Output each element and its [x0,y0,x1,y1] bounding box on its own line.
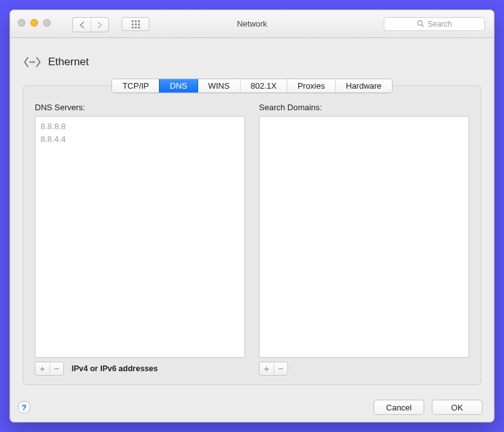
network-preferences-window: Network Search Ethernet TCP/ [9,10,495,422]
dns-servers-column: DNS Servers: 8.8.8.88.8.4.4 + − IPv4 or … [35,103,245,376]
remove-dns-server-button[interactable]: − [49,362,63,375]
dns-server-entry[interactable]: 8.8.4.4 [41,133,239,146]
forward-button[interactable] [91,18,108,32]
ethernet-icon [23,54,42,70]
dns-panel: DNS Servers: 8.8.8.88.8.4.4 + − IPv4 or … [23,86,481,385]
footer: ? Cancel OK [10,393,494,422]
search-placeholder: Search [427,20,451,29]
content-area: Ethernet TCP/IP DNS WINS 802.1X Proxies … [10,38,494,393]
ok-button[interactable]: OK [432,400,482,415]
cancel-button[interactable]: Cancel [374,400,424,415]
dns-server-entry[interactable]: 8.8.8.8 [41,120,239,133]
close-window-button[interactable] [18,19,25,27]
back-button[interactable] [73,18,91,32]
tab-8021x[interactable]: 802.1X [240,79,287,92]
dns-servers-list[interactable]: 8.8.8.88.8.4.4 [35,116,245,358]
settings-tabbar: TCP/IP DNS WINS 802.1X Proxies Hardware [111,79,392,93]
show-all-button[interactable] [122,17,149,31]
tab-hardware[interactable]: Hardware [335,79,391,92]
window-controls [18,19,51,27]
search-domains-list[interactable] [259,116,469,358]
grid-icon [132,20,140,29]
svg-line-1 [422,24,424,26]
search-domains-column: Search Domains: + − [259,103,469,376]
svg-point-3 [32,61,34,63]
svg-point-2 [30,61,32,63]
search-field[interactable]: Search [384,17,485,31]
connection-name: Ethernet [48,56,89,68]
tab-dns[interactable]: DNS [159,79,197,92]
svg-point-4 [34,61,35,63]
add-search-domain-button[interactable]: + [260,362,274,375]
dns-hint: IPv4 or IPv6 addresses [72,364,158,373]
tab-proxies[interactable]: Proxies [287,79,335,92]
connection-header: Ethernet [23,48,481,76]
search-domains-label: Search Domains: [259,103,469,112]
dns-servers-pm: + − [35,362,64,376]
titlebar: Network Search [10,10,494,38]
search-domains-pm: + − [259,362,288,376]
tab-wins[interactable]: WINS [198,79,240,92]
search-icon [417,20,424,29]
add-dns-server-button[interactable]: + [35,362,49,375]
help-button[interactable]: ? [18,401,30,414]
zoom-window-button[interactable] [43,19,51,27]
minimize-window-button[interactable] [30,19,38,27]
dns-servers-label: DNS Servers: [35,103,245,112]
remove-search-domain-button[interactable]: − [274,362,287,375]
tab-tcpip[interactable]: TCP/IP [112,79,159,92]
nav-group [72,17,109,32]
